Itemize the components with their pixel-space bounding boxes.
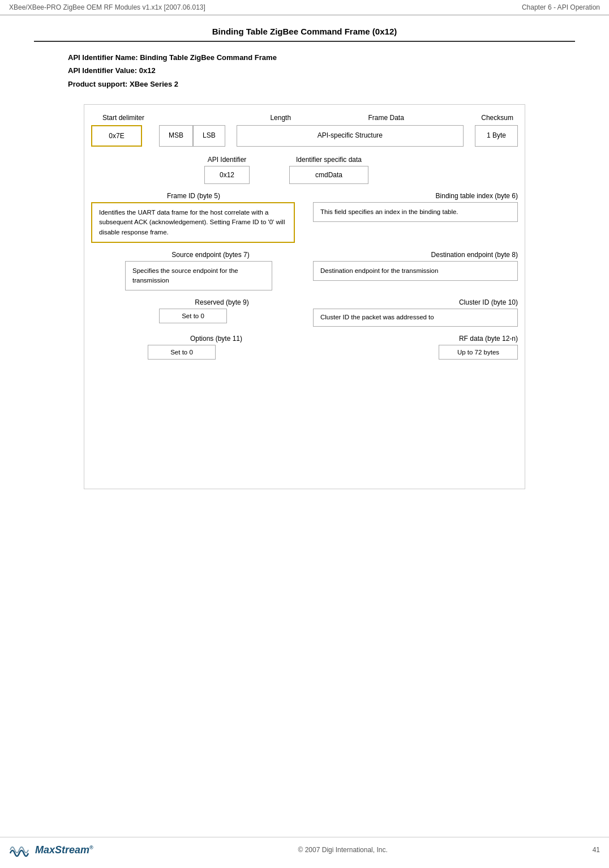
frame-id-desc-box: Identifies the UART data frame for the h… bbox=[91, 202, 295, 243]
cmd-data-box: cmdData bbox=[289, 166, 368, 184]
page-footer: MaxStream® © 2007 Digi International, In… bbox=[0, 837, 609, 858]
lsb-box: LSB bbox=[193, 125, 225, 147]
api-line3: Product support: XBee Series 2 bbox=[68, 78, 575, 91]
binding-table-index-label: Binding table index (byte 6) bbox=[436, 192, 518, 200]
source-endpoint-label: Source endpoint (bytes 7) bbox=[171, 251, 249, 259]
start-delimiter-box: 0x7E bbox=[91, 125, 142, 147]
api-line2: API Identifier Value: 0x12 bbox=[68, 64, 575, 77]
api-line1: API Identifier Name: Binding Table ZigBe… bbox=[68, 51, 575, 64]
checksum-box: 1 Byte bbox=[475, 125, 518, 147]
footer-page-number: 41 bbox=[593, 846, 600, 854]
main-content: Binding Table ZigBee Command Frame (0x12… bbox=[0, 15, 609, 501]
identifier-specific-data-label: Identifier specific data bbox=[296, 156, 362, 164]
label-start-delimiter: Start delimiter bbox=[102, 114, 148, 122]
page-header: XBee/XBee-PRO ZigBee OEM RF Modules v1.x… bbox=[0, 0, 609, 15]
label-frame-data: Frame Data bbox=[368, 114, 404, 122]
dest-endpoint-label: Destination endpoint (byte 8) bbox=[431, 251, 518, 259]
reserved-value-box: Set to 0 bbox=[159, 309, 227, 323]
dest-endpoint-desc-box: Destination endpoint for the transmissio… bbox=[313, 261, 518, 281]
reserved-label: Reserved (byte 9) bbox=[195, 298, 248, 306]
maxstream-logo-icon bbox=[9, 842, 32, 858]
cluster-id-label: Cluster ID (byte 10) bbox=[459, 298, 518, 306]
api-info: API Identifier Name: Binding Table ZigBe… bbox=[68, 51, 575, 91]
footer-copyright: © 2007 Digi International, Inc. bbox=[298, 846, 388, 854]
msb-box: MSB bbox=[159, 125, 193, 147]
source-endpoint-desc-box: Specifies the source endpoint for the tr… bbox=[125, 261, 272, 291]
label-length: Length bbox=[270, 114, 291, 122]
rf-data-desc-box: Up to 72 bytes bbox=[439, 345, 518, 360]
frame-id-label: Frame ID (byte 5) bbox=[167, 192, 220, 200]
api-identifier-value-box: 0x12 bbox=[204, 166, 250, 184]
cluster-id-desc-box: Cluster ID the packet was addressed to bbox=[313, 309, 518, 326]
brand-name: MaxStream® bbox=[35, 844, 93, 856]
header-left: XBee/XBee-PRO ZigBee OEM RF Modules v1.x… bbox=[9, 3, 205, 11]
footer-logo: MaxStream® bbox=[9, 842, 93, 858]
rf-data-label: RF data (byte 12-n) bbox=[459, 335, 518, 343]
header-right: Chapter 6 - API Operation bbox=[522, 3, 600, 11]
api-identifier-label: API Identifier bbox=[208, 156, 247, 164]
options-label: Options (byte 11) bbox=[190, 335, 242, 343]
label-checksum: Checksum bbox=[481, 114, 513, 122]
api-structure-box: API-specific Structure bbox=[237, 125, 464, 147]
section-title: Binding Table ZigBee Command Frame (0x12… bbox=[212, 27, 397, 36]
binding-table-index-desc-box: This field specifies an index in the bin… bbox=[313, 202, 518, 222]
options-value-box: Set to 0 bbox=[148, 345, 216, 360]
diagram-container: Start delimiter Length Frame Data Checks… bbox=[84, 104, 525, 489]
